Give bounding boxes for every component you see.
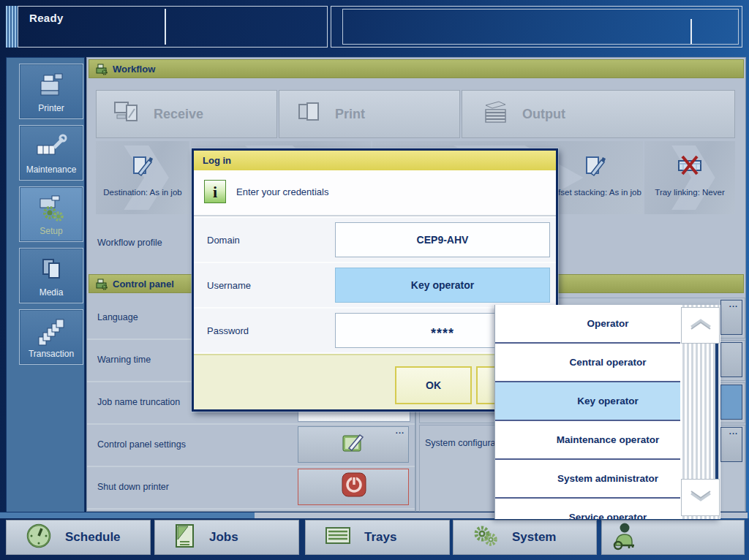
tab-system-label: System <box>512 530 556 545</box>
username-field[interactable]: Key operator <box>335 268 550 303</box>
dropdown-scroll-up-button[interactable] <box>681 307 720 344</box>
password-masked-value: **** <box>431 326 454 341</box>
tile-destination[interactable]: Destination: As in job <box>96 141 189 214</box>
control-panel-machine-icon <box>95 278 109 293</box>
sidebar-item-printer[interactable]: Printer <box>19 64 83 119</box>
setup-gears-icon <box>20 192 83 225</box>
power-icon <box>337 471 369 503</box>
tab-trays-label: Trays <box>364 530 396 545</box>
tab-receive[interactable]: Receive <box>96 90 277 138</box>
clock-icon <box>26 523 52 552</box>
workflow-profile-label: Workflow profile <box>97 238 162 248</box>
tile-destination-label: Destination: As in job <box>96 188 189 197</box>
sidebar-bottom-strip <box>0 512 255 518</box>
sidebar-item-media[interactable]: Media <box>19 248 83 303</box>
sidebar-item-label: Printer <box>20 103 83 113</box>
workflow-section-header: Workflow <box>89 59 744 78</box>
login-dialog-message-row: i Enter your credentials <box>194 170 556 216</box>
system-row-selected-button[interactable] <box>720 385 742 420</box>
domain-field[interactable]: CEP9-AHV <box>335 222 550 257</box>
edit-pad-icon <box>339 430 368 459</box>
tab-print-label: Print <box>335 107 365 122</box>
transaction-stack-icon <box>20 314 83 348</box>
tile-tray-linking[interactable]: Tray linking: Never <box>644 141 735 214</box>
control-panel-settings-button[interactable]: ... <box>298 426 409 463</box>
row-divider <box>87 423 415 425</box>
media-sheets-icon <box>20 253 83 287</box>
tray-linking-crossed-icon <box>644 154 735 178</box>
system-configuration-more-button[interactable]: ... <box>720 427 742 462</box>
setup-sidebar: Printer Maintenance Setup Media Transact… <box>6 57 85 517</box>
printer-icon <box>20 69 83 102</box>
more-indicator: ... <box>729 428 738 435</box>
more-indicator: ... <box>729 300 738 308</box>
job-name-truncation-label: Job name truncation <box>97 397 180 407</box>
print-icon <box>296 99 323 129</box>
sidebar-item-label: Maintenance <box>20 164 83 175</box>
tab-jobs[interactable]: Jobs <box>154 520 299 555</box>
sidebar-item-label: Media <box>20 287 83 298</box>
dropdown-scrollbar-thumb[interactable] <box>715 344 718 479</box>
edit-document-icon <box>96 154 189 179</box>
shut-down-printer-label: Shut down printer <box>97 482 169 492</box>
sidebar-item-setup[interactable]: Setup <box>19 186 83 242</box>
jobs-document-icon <box>174 523 196 552</box>
username-dropdown-list: Operator Central operator Key operator M… <box>494 305 720 519</box>
status-panel-divider <box>165 9 166 45</box>
domain-row: Domain CEP9-AHV <box>194 218 556 263</box>
logged-in-user-button[interactable] <box>601 520 745 555</box>
username-row: Username Key operator <box>194 263 556 309</box>
dropdown-scroll-down-button[interactable] <box>681 479 720 516</box>
login-dialog-titlebar: Log in <box>194 151 556 171</box>
chevron-down-icon <box>688 489 713 507</box>
chevron-up-icon <box>688 317 713 334</box>
sidebar-item-maintenance[interactable]: Maintenance <box>19 125 83 181</box>
gears-icon <box>473 524 499 550</box>
username-value: Key operator <box>411 279 474 291</box>
printer-controller-screen: Ready Printer Maintenance Setup <box>0 0 749 560</box>
tab-system[interactable]: System <box>453 520 597 555</box>
counter-wrench-icon <box>20 130 83 164</box>
message-panel-inner <box>342 9 739 45</box>
control-panel-settings-label: Control panel settings <box>97 439 186 450</box>
sidebar-item-transaction[interactable]: Transaction <box>19 309 83 365</box>
tile-offset-stacking-content: Offset stacking: As in job <box>548 141 643 214</box>
tab-jobs-label: Jobs <box>209 530 238 545</box>
workflow-section-title: Workflow <box>113 64 155 75</box>
more-indicator: ... <box>396 427 404 434</box>
tab-receive-label: Receive <box>154 107 203 122</box>
tab-output[interactable]: Output <box>462 90 735 138</box>
system-row-more-button[interactable]: ... <box>720 300 742 335</box>
password-label: Password <box>207 325 249 336</box>
edit-document-icon <box>548 154 643 179</box>
domain-value: CEP9-AHV <box>417 234 469 246</box>
sidebar-item-label: Transaction <box>20 349 83 359</box>
username-label: Username <box>207 280 251 291</box>
user-key-icon <box>609 521 639 554</box>
sidebar-item-label: Setup <box>20 226 83 236</box>
warning-time-label: Warning time <box>97 355 151 365</box>
printer-status-text: Ready <box>29 12 64 24</box>
output-icon <box>478 99 511 129</box>
topbar-stripes-decoration <box>6 6 18 48</box>
row-divider <box>87 466 415 467</box>
tile-tray-linking-label: Tray linking: Never <box>644 188 735 197</box>
status-panel <box>18 6 328 48</box>
tab-trays[interactable]: Trays <box>305 520 450 555</box>
tab-output-label: Output <box>522 107 565 122</box>
control-panel-section-title: Control panel <box>113 279 174 290</box>
ok-button-label: OK <box>426 379 441 391</box>
tab-schedule[interactable]: Schedule <box>6 520 151 555</box>
tab-print[interactable]: Print <box>279 90 460 138</box>
receive-icon <box>113 99 142 129</box>
shut-down-printer-button[interactable] <box>298 469 409 505</box>
system-row-button[interactable] <box>720 342 742 377</box>
message-panel-cursor <box>690 19 692 44</box>
language-label: Language <box>97 312 138 322</box>
bottom-navigation-bar: Schedule Jobs Trays System <box>0 518 749 560</box>
trays-icon <box>325 526 351 549</box>
ok-button[interactable]: OK <box>395 366 472 404</box>
row-divider <box>87 508 415 510</box>
info-icon: i <box>204 180 226 203</box>
tile-offset-stacking-label: Offset stacking: As in job <box>548 188 643 197</box>
